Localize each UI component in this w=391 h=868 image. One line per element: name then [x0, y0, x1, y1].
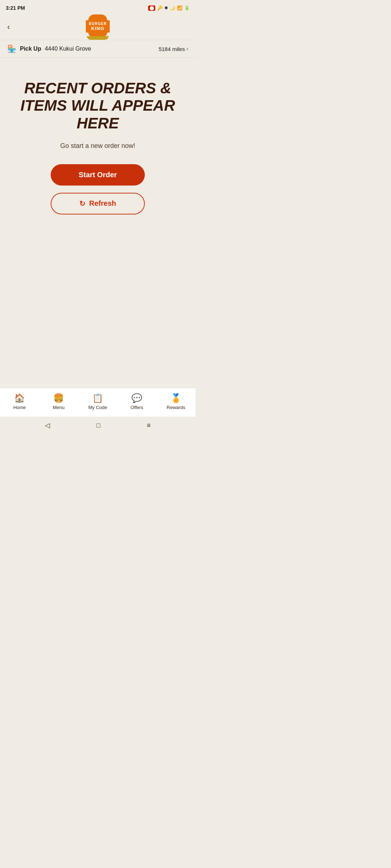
- android-back-button[interactable]: ◁: [45, 421, 50, 429]
- bottom-nav: 🏠 Home 🍔 Menu 📋 My Code 💬 Offers 🏅 Rewar…: [0, 388, 196, 417]
- battery-icon: 🔋: [184, 5, 190, 10]
- refresh-icon: ↻: [79, 199, 85, 208]
- nav-label-mycode: My Code: [88, 405, 107, 410]
- refresh-label: Refresh: [89, 199, 116, 208]
- location-bar[interactable]: 🏪 Pick Up 4440 Kukui Grove 5184 miles ›: [0, 40, 196, 58]
- home-icon: 🏠: [14, 393, 25, 403]
- nav-item-mycode[interactable]: 📋 My Code: [78, 393, 117, 410]
- burger-king-logo: BURGER KING: [86, 14, 109, 40]
- header: ‹ BURGER KING: [0, 14, 196, 40]
- key-icon: 🔑: [157, 5, 163, 10]
- status-icons: ⬤ 🔑 ✱ 🌙 📶 🔋: [148, 5, 190, 11]
- camera-icon: ⬤: [148, 5, 155, 11]
- store-address: 4440 Kukui Grove: [45, 46, 91, 52]
- distance-text: 5184 miles: [159, 46, 185, 52]
- location-left: 🏪 Pick Up 4440 Kukui Grove: [7, 44, 91, 53]
- status-bar: 3:21 PM ⬤ 🔑 ✱ 🌙 📶 🔋: [0, 0, 196, 14]
- nav-label-offers: Offers: [130, 405, 143, 410]
- menu-icon: 🍔: [53, 393, 64, 403]
- offers-icon: 💬: [131, 393, 142, 403]
- moon-icon: 🌙: [170, 5, 175, 10]
- nav-item-rewards[interactable]: 🏅 Rewards: [156, 393, 196, 410]
- pickup-label: Pick Up: [20, 46, 41, 52]
- store-icon: 🏪: [7, 44, 16, 53]
- logo-text-king: KING: [91, 26, 105, 31]
- wifi-icon: 📶: [177, 5, 182, 10]
- nav-label-rewards: Rewards: [167, 405, 185, 410]
- back-button[interactable]: ‹: [7, 22, 10, 32]
- start-order-button[interactable]: Start Order: [51, 164, 145, 186]
- empty-state-title: RECENT ORDERS & ITEMS WILL APPEAR HERE: [11, 80, 185, 132]
- status-time: 3:21 PM: [6, 5, 25, 11]
- empty-state-subtitle: Go start a new order now!: [60, 142, 135, 150]
- logo-text-burger: BURGER: [89, 22, 106, 26]
- rewards-icon: 🏅: [171, 393, 181, 403]
- bluetooth-icon: ✱: [164, 5, 168, 10]
- android-home-button[interactable]: □: [96, 422, 100, 429]
- chevron-right-icon: ›: [186, 46, 188, 52]
- android-nav-bar: ◁ □ ≡: [0, 417, 196, 434]
- nav-item-menu[interactable]: 🍔 Menu: [39, 393, 78, 410]
- logo-text-wrapper: BURGER KING: [86, 20, 109, 33]
- nav-item-offers[interactable]: 💬 Offers: [117, 393, 156, 410]
- refresh-button[interactable]: ↻ Refresh: [51, 193, 145, 214]
- nav-label-menu: Menu: [53, 405, 65, 410]
- nav-item-home[interactable]: 🏠 Home: [0, 393, 39, 410]
- mycode-icon: 📋: [92, 393, 103, 403]
- logo-arc: [87, 36, 109, 40]
- main-content: RECENT ORDERS & ITEMS WILL APPEAR HERE G…: [0, 58, 196, 388]
- android-recents-button[interactable]: ≡: [147, 422, 151, 429]
- nav-label-home: Home: [13, 405, 26, 410]
- logo-bun-top: [88, 14, 107, 20]
- distance-right: 5184 miles ›: [159, 46, 188, 52]
